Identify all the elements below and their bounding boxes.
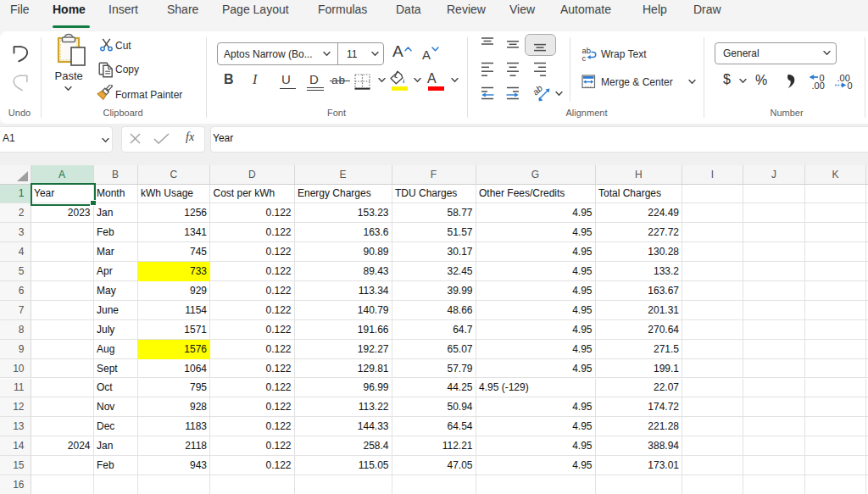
svg-text:c: c: [582, 53, 587, 62]
svg-text:.00: .00: [812, 80, 825, 90]
svg-text:0: 0: [848, 80, 853, 91]
